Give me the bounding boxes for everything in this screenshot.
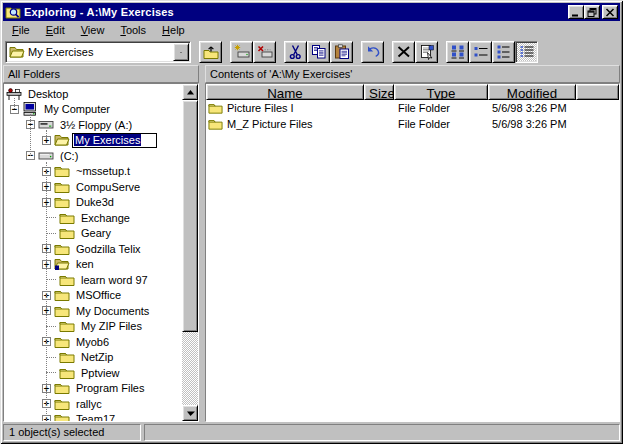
tree-item-label: Geary — [79, 227, 113, 239]
tree-item-msoffice[interactable]: +MSOffice — [4, 288, 182, 304]
delete-button[interactable] — [392, 41, 415, 63]
view-list-button[interactable] — [492, 41, 515, 63]
folder-closed-icon — [54, 163, 70, 179]
menu-tools[interactable]: Tools — [112, 22, 154, 38]
folder-closed-icon — [59, 365, 75, 381]
tree-item-label: Pptview — [79, 367, 122, 379]
menu-view[interactable]: View — [73, 22, 113, 38]
column-header-type[interactable]: Type — [394, 84, 488, 100]
tree-item-program-files[interactable]: +Program Files — [4, 381, 182, 397]
folder-closed-icon — [59, 318, 75, 334]
column-header-empty[interactable] — [576, 84, 619, 100]
menu-bar: FileEditViewToolsHelp — [3, 21, 620, 39]
tree-item-label: ken — [74, 258, 96, 270]
tree-connector — [46, 279, 56, 280]
folder-closed-icon — [59, 210, 75, 226]
tree-item-label: My ZIP Files — [79, 320, 144, 332]
tree-item-my-zip-files[interactable]: My ZIP Files — [4, 319, 182, 335]
file-row-picture-files-i[interactable]: Picture Files IFile Folder5/6/98 3:26 PM — [206, 100, 619, 116]
scroll-up-button[interactable] — [182, 84, 198, 100]
file-name-label: Picture Files I — [227, 102, 294, 114]
delete-icon — [396, 44, 412, 60]
scroll-down-button[interactable] — [182, 405, 198, 421]
small-icons-icon — [473, 44, 489, 60]
tree-view: Desktop−My Computer−3½ Floppy (A:)+My Ex… — [4, 84, 182, 421]
address-value: My Exercises — [28, 46, 169, 58]
close-button[interactable] — [602, 5, 618, 19]
folder-closed-icon — [59, 349, 75, 365]
tree-connector — [46, 326, 56, 327]
tree-connector — [46, 357, 56, 358]
tree-item-label: My Documents — [74, 305, 151, 317]
view-small-icons-button[interactable] — [469, 41, 492, 63]
tree-item-label: Desktop — [26, 88, 70, 100]
folder-closed-icon — [208, 117, 223, 131]
minimize-button[interactable] — [568, 5, 584, 19]
column-headers: NameSizeTypeModified — [206, 84, 619, 100]
tree-item-label: Program Files — [74, 382, 146, 394]
menu-edit[interactable]: Edit — [38, 22, 73, 38]
tree-item-geary[interactable]: Geary — [4, 226, 182, 242]
address-dropdown-button[interactable] — [173, 43, 189, 61]
drive-disconnect-icon — [257, 44, 273, 60]
disconnect-network-drive-button[interactable] — [253, 41, 276, 63]
tree-item-myob6[interactable]: +Myob6 — [4, 334, 182, 350]
tree-item-my-documents[interactable]: +My Documents — [4, 303, 182, 319]
explorer-icon — [5, 4, 21, 20]
file-rows: Picture Files IFile Folder5/6/98 3:26 PM… — [206, 100, 619, 421]
folder-closed-icon — [54, 396, 70, 412]
menu-help[interactable]: Help — [154, 22, 193, 38]
list-icon — [496, 44, 512, 60]
tree-item-label: Exchange — [79, 212, 132, 224]
tree-item-rallyc[interactable]: +rallyc — [4, 396, 182, 412]
scrollbar-thumb[interactable] — [182, 100, 198, 332]
title-bar: Exploring - A:\My Exercises — [3, 3, 620, 21]
menu-file[interactable]: File — [4, 22, 38, 38]
restore-button[interactable] — [584, 5, 600, 19]
copy-button[interactable] — [307, 41, 330, 63]
tree-item-duke3d[interactable]: +Duke3d — [4, 195, 182, 211]
file-modified-cell: 5/6/98 3:26 PM — [488, 118, 576, 130]
details-icon — [519, 44, 535, 60]
paste-button[interactable] — [330, 41, 353, 63]
tree-item-label: 3½ Floppy (A:) — [58, 119, 134, 131]
column-header-size[interactable]: Size — [364, 84, 394, 100]
tree-guide-line — [46, 130, 47, 140]
explorer-window: Exploring - A:\My Exercises FileEditView… — [0, 0, 623, 444]
tree-item-label: rallyc — [74, 398, 104, 410]
contents-panel: Contents of 'A:\My Exercises' NameSizeTy… — [205, 65, 620, 422]
tree-item-pptview[interactable]: Pptview — [4, 365, 182, 381]
tree-item-ken[interactable]: +ken — [4, 257, 182, 273]
tree-guide-line — [46, 162, 47, 420]
tree-item-compuserve[interactable]: +CompuServe — [4, 179, 182, 195]
window-controls — [568, 5, 618, 19]
column-header-name[interactable]: Name — [206, 84, 364, 100]
view-details-button[interactable] — [515, 41, 538, 63]
address-combobox[interactable]: My Exercises — [5, 41, 191, 63]
folder-closed-icon — [54, 287, 70, 303]
tree-item-team17[interactable]: +Team17 — [4, 412, 182, 422]
status-bar: 1 object(s) selected — [3, 424, 620, 441]
edit-field-padding — [141, 140, 155, 141]
tree-connector — [46, 233, 56, 234]
properties-button[interactable] — [415, 41, 438, 63]
tree-item-mssetup-t[interactable]: +~mssetup.t — [4, 164, 182, 180]
tree-guide-line — [14, 98, 15, 109]
large-icons-icon — [450, 44, 466, 60]
up-one-level-button[interactable] — [199, 41, 222, 63]
cut-button[interactable] — [284, 41, 307, 63]
scrollbar-track[interactable] — [182, 100, 198, 405]
view-large-icons-button[interactable] — [446, 41, 469, 63]
tree-item-exchange[interactable]: Exchange — [4, 210, 182, 226]
rename-edit-field[interactable]: My Exercises — [72, 133, 157, 148]
file-type-cell: File Folder — [394, 118, 488, 130]
tree-item-learn-word-97[interactable]: learn word 97 — [4, 272, 182, 288]
tree-item-netzip[interactable]: NetZip — [4, 350, 182, 366]
file-row-m-z-picture-files[interactable]: M_Z Picture FilesFile Folder5/6/98 3:26 … — [206, 116, 619, 132]
column-header-modified[interactable]: Modified — [488, 84, 576, 100]
undo-button[interactable] — [361, 41, 384, 63]
selected-text: My Exercises — [74, 134, 141, 146]
tree-item-desktop[interactable]: Desktop — [4, 86, 182, 102]
tree-item-godzilla-telix[interactable]: +Godzilla Telix — [4, 241, 182, 257]
map-network-drive-button[interactable] — [230, 41, 253, 63]
